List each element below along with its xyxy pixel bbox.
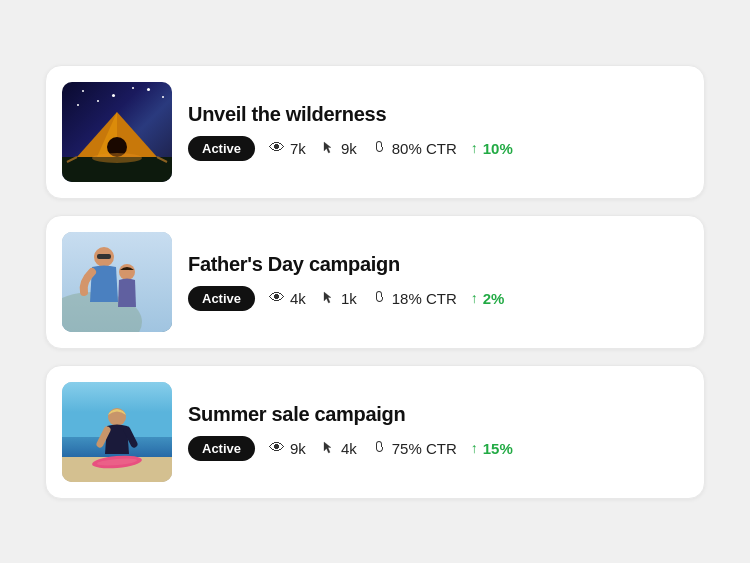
touch-icon [371, 290, 387, 306]
cursor-icon [320, 290, 336, 306]
clicks-metric: 1k [320, 290, 357, 307]
campaign-title: Summer sale campaign [188, 403, 688, 426]
eye-icon: 👁 [269, 289, 285, 307]
svg-point-12 [119, 264, 135, 280]
campaign-card-fathers-day[interactable]: Father's Day campaign Active 👁 4k 1k 18%… [45, 215, 705, 349]
campaign-meta: Active 👁 4k 1k 18% CTR ↑ 2% [188, 286, 688, 311]
campaign-content-wilderness: Unveil the wilderness Active 👁 7k 9k 80%… [188, 103, 688, 161]
views-metric: 👁 9k [269, 439, 306, 457]
eye-icon: 👁 [269, 439, 285, 457]
growth-metric: ↑ 10% [471, 140, 513, 157]
up-arrow-icon: ↑ [471, 290, 478, 306]
svg-point-6 [92, 153, 142, 163]
ctr-metric: 75% CTR [371, 440, 457, 457]
ctr-metric: 80% CTR [371, 140, 457, 157]
campaign-title: Father's Day campaign [188, 253, 688, 276]
status-badge: Active [188, 286, 255, 311]
status-badge: Active [188, 136, 255, 161]
growth-metric: ↑ 2% [471, 290, 505, 307]
campaign-thumbnail-summer-sale [62, 382, 172, 482]
views-metric: 👁 4k [269, 289, 306, 307]
growth-metric: ↑ 15% [471, 440, 513, 457]
campaign-content-fathers-day: Father's Day campaign Active 👁 4k 1k 18%… [188, 253, 688, 311]
touch-icon [371, 140, 387, 156]
clicks-metric: 4k [320, 440, 357, 457]
ctr-metric: 18% CTR [371, 290, 457, 307]
campaign-meta: Active 👁 7k 9k 80% CTR ↑ 10% [188, 136, 688, 161]
campaign-title: Unveil the wilderness [188, 103, 688, 126]
cursor-icon [320, 140, 336, 156]
svg-rect-11 [97, 254, 111, 259]
views-metric: 👁 7k [269, 139, 306, 157]
campaign-thumbnail-fathers-day [62, 232, 172, 332]
cursor-icon [320, 440, 336, 456]
status-badge: Active [188, 436, 255, 461]
up-arrow-icon: ↑ [471, 140, 478, 156]
campaign-thumbnail-wilderness [62, 82, 172, 182]
campaign-content-summer-sale: Summer sale campaign Active 👁 9k 4k 75% … [188, 403, 688, 461]
eye-icon: 👁 [269, 139, 285, 157]
touch-icon [371, 440, 387, 456]
campaign-meta: Active 👁 9k 4k 75% CTR ↑ 15% [188, 436, 688, 461]
clicks-metric: 9k [320, 140, 357, 157]
campaign-card-wilderness[interactable]: Unveil the wilderness Active 👁 7k 9k 80%… [45, 65, 705, 199]
up-arrow-icon: ↑ [471, 440, 478, 456]
campaign-card-summer-sale[interactable]: Summer sale campaign Active 👁 9k 4k 75% … [45, 365, 705, 499]
